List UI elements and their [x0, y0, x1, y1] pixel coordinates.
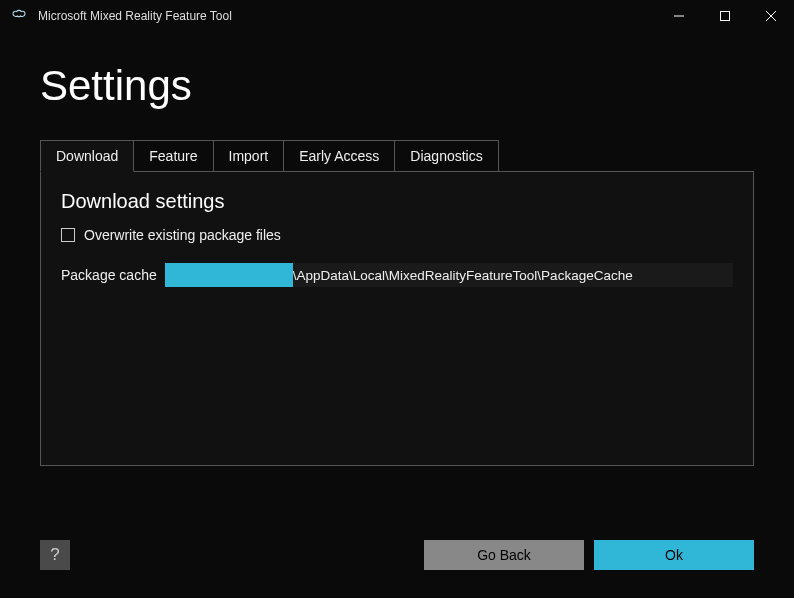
package-cache-row: Package cache \AppData\Local\MixedRealit…: [61, 263, 733, 287]
package-cache-label: Package cache: [61, 267, 157, 283]
ok-button[interactable]: Ok: [594, 540, 754, 570]
tabs: Download Feature Import Early Access Dia…: [40, 140, 754, 172]
window-controls: [656, 0, 794, 32]
tab-feature[interactable]: Feature: [133, 140, 213, 172]
titlebar: Microsoft Mixed Reality Feature Tool: [0, 0, 794, 32]
svg-rect-1: [721, 12, 730, 21]
content: Settings Download Feature Import Early A…: [0, 32, 794, 466]
minimize-button[interactable]: [656, 0, 702, 32]
package-cache-input[interactable]: \AppData\Local\MixedRealityFeatureTool\P…: [165, 263, 733, 287]
overwrite-checkbox-label: Overwrite existing package files: [84, 227, 281, 243]
tab-import[interactable]: Import: [213, 140, 285, 172]
tab-early-access[interactable]: Early Access: [283, 140, 395, 172]
settings-panel: Download settings Overwrite existing pac…: [40, 171, 754, 466]
overwrite-checkbox[interactable]: [61, 228, 75, 242]
footer: ? Go Back Ok: [40, 540, 754, 570]
close-button[interactable]: [748, 0, 794, 32]
overwrite-checkbox-row[interactable]: Overwrite existing package files: [61, 227, 733, 243]
maximize-button[interactable]: [702, 0, 748, 32]
app-icon: [10, 7, 28, 25]
section-title: Download settings: [61, 190, 733, 213]
page-title: Settings: [40, 62, 754, 110]
tab-diagnostics[interactable]: Diagnostics: [394, 140, 498, 172]
window-title: Microsoft Mixed Reality Feature Tool: [38, 9, 656, 23]
package-cache-path: \AppData\Local\MixedRealityFeatureTool\P…: [293, 268, 633, 283]
go-back-button[interactable]: Go Back: [424, 540, 584, 570]
help-button[interactable]: ?: [40, 540, 70, 570]
tab-download[interactable]: Download: [40, 140, 134, 172]
redacted-user-path: [165, 263, 293, 287]
